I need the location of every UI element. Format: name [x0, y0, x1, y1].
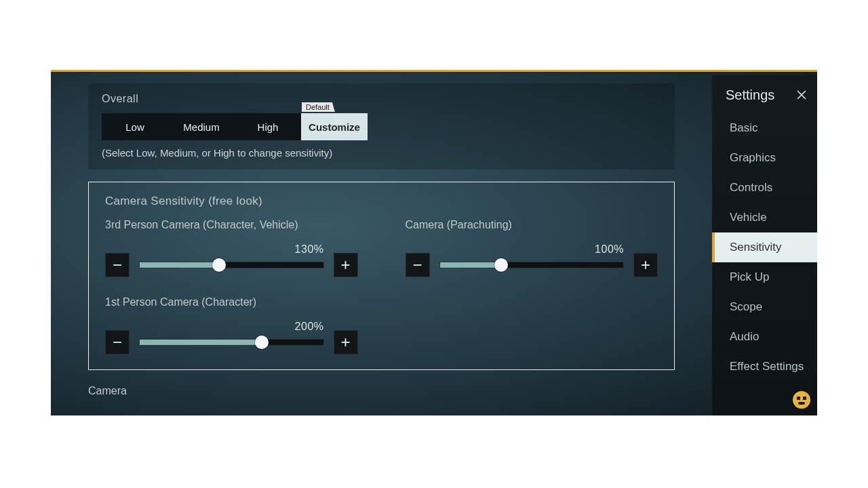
slider-tpp-label: 3rd Person Camera (Character, Vehicle): [105, 219, 358, 231]
preset-tabs: Low Medium High Customize: [102, 113, 661, 140]
slider-fpp-value: 200%: [295, 321, 324, 333]
default-badge: Default: [302, 102, 335, 112]
slider-tpp-track[interactable]: [139, 262, 324, 268]
slider-tpp-minus[interactable]: −: [105, 253, 130, 277]
slider-parachute-track[interactable]: [439, 262, 625, 268]
mascot-icon: [790, 388, 813, 411]
preset-low[interactable]: Low: [102, 113, 168, 140]
slider-fpp-fill: [140, 340, 262, 345]
overall-panel: Overall Default Low Medium High Customiz…: [88, 83, 675, 169]
close-icon: [795, 88, 808, 102]
sidebar-nav: Basic Graphics Controls Vehicle Sensitiv…: [712, 113, 817, 382]
camera-freelook-section: Camera Sensitivity (free look) 3rd Perso…: [88, 182, 675, 370]
preset-customize[interactable]: Customize: [301, 113, 368, 140]
preset-row: Default Low Medium High Customize: [102, 113, 661, 140]
slider-parachute-label: Camera (Parachuting): [406, 219, 658, 231]
settings-content: Overall Default Low Medium High Customiz…: [51, 75, 712, 415]
sidebar-header: Settings: [712, 82, 817, 113]
slider-parachute-thumb[interactable]: [494, 258, 508, 272]
camera-freelook-title: Camera Sensitivity (free look): [105, 195, 658, 208]
slider-tpp-plus[interactable]: +: [334, 253, 358, 277]
slider-fpp-label: 1st Person Camera (Character): [105, 296, 358, 308]
slider-fpp-plus[interactable]: +: [334, 330, 358, 354]
sidebar-title: Settings: [726, 87, 774, 103]
preset-high[interactable]: High: [235, 113, 301, 140]
sidebar-item-graphics[interactable]: Graphics: [712, 143, 817, 173]
slider-fpp-row: − +: [105, 330, 358, 354]
slider-parachute-value: 100%: [595, 243, 624, 256]
slider-col-left: 3rd Person Camera (Character, Vehicle) 1…: [105, 219, 358, 354]
sidebar-item-sensitivity[interactable]: Sensitivity: [712, 232, 817, 262]
preset-hint: (Select Low, Medium, or High to change s…: [102, 147, 661, 159]
slider-parachute-minus[interactable]: −: [406, 253, 430, 277]
slider-tpp-row: − +: [105, 253, 358, 277]
preset-medium[interactable]: Medium: [168, 113, 235, 140]
slider-tpp-value: 130%: [295, 243, 324, 256]
sidebar-item-basic[interactable]: Basic: [712, 113, 817, 143]
slider-col-right: Camera (Parachuting) 100% − +: [406, 219, 658, 354]
slider-tpp: 3rd Person Camera (Character, Vehicle) 1…: [105, 219, 358, 277]
sidebar-item-pickup[interactable]: Pick Up: [712, 262, 817, 292]
sidebar-item-audio[interactable]: Audio: [712, 322, 817, 352]
slider-fpp-minus[interactable]: −: [105, 330, 130, 354]
settings-sidebar: Settings Basic Graphics Controls Vehicle…: [712, 75, 817, 415]
settings-screen: Overall Default Low Medium High Customiz…: [51, 70, 817, 415]
slider-tpp-thumb[interactable]: [212, 258, 226, 272]
slider-parachute-row: − +: [406, 253, 658, 277]
sidebar-item-controls[interactable]: Controls: [712, 173, 817, 203]
sidebar-item-effect[interactable]: Effect Settings: [712, 352, 817, 382]
close-button[interactable]: [793, 86, 810, 104]
slider-parachute-fill: [440, 262, 501, 268]
slider-grid: 3rd Person Camera (Character, Vehicle) 1…: [105, 219, 658, 354]
overall-title: Overall: [102, 93, 661, 105]
slider-fpp: 1st Person Camera (Character) 200% − +: [105, 296, 358, 354]
slider-fpp-track[interactable]: [139, 339, 324, 346]
slider-parachute: Camera (Parachuting) 100% − +: [406, 219, 658, 277]
slider-tpp-fill: [140, 262, 219, 268]
sidebar-item-scope[interactable]: Scope: [712, 292, 817, 322]
camera-section-title: Camera: [88, 385, 675, 397]
slider-parachute-plus[interactable]: +: [633, 253, 658, 277]
slider-fpp-thumb[interactable]: [255, 336, 269, 349]
sidebar-item-vehicle[interactable]: Vehicle: [712, 203, 817, 232]
